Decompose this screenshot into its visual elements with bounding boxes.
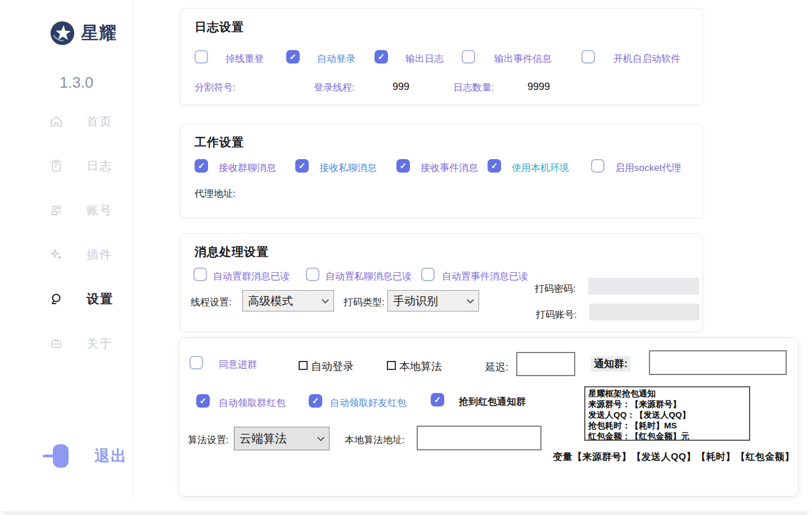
thread-mode-select[interactable]: 高级模式 xyxy=(242,290,334,311)
sidebar-item-accounts[interactable]: 账号 xyxy=(49,201,114,219)
checkbox-auto-read-event[interactable] xyxy=(421,268,435,281)
checkbox-grab-notify-group[interactable] xyxy=(431,393,444,406)
checkbox-auto-login-native[interactable] xyxy=(299,361,308,370)
delay-label: 延迟: xyxy=(485,360,508,374)
checkbox-auto-read-group[interactable] xyxy=(193,268,207,281)
local-algorithm-address-input[interactable] xyxy=(417,426,542,450)
card-title: 工作设置 xyxy=(195,134,244,150)
captcha-type-label: 打码类型: xyxy=(344,296,385,309)
captcha-password-input[interactable] xyxy=(588,278,699,295)
log-count-value[interactable]: 9999 xyxy=(527,81,550,93)
sparkles-icon xyxy=(49,248,63,261)
captcha-account-input[interactable] xyxy=(589,304,700,320)
checkbox-use-local-env[interactable] xyxy=(488,159,501,173)
version-label: 1.3.0 xyxy=(60,74,93,92)
chevron-down-icon xyxy=(322,296,329,304)
captcha-type-select[interactable]: 手动识别 xyxy=(387,290,479,311)
sidebar-item-plugins[interactable]: 插件 xyxy=(49,245,114,264)
local-algorithm-address-label: 本地算法地址: xyxy=(345,433,405,446)
variables-hint: 变量【来源群号】【发送人QQ】【耗时】【红包金额】 xyxy=(553,450,795,463)
exit-button[interactable]: 退出 xyxy=(43,441,127,471)
work-settings-card: 工作设置 接收群聊消息 接收私聊消息 接收事件消息 使用本机环境 启用socke… xyxy=(180,124,703,218)
sidebar-item-home[interactable]: 首页 xyxy=(49,112,114,130)
chevron-down-icon xyxy=(317,434,324,441)
checkbox-dropline-relogin[interactable] xyxy=(195,50,208,64)
algorithm-label: 算法设置: xyxy=(188,433,229,446)
delay-input[interactable] xyxy=(516,352,575,376)
card-title: 日志设置 xyxy=(195,19,244,35)
logout-icon xyxy=(43,441,72,471)
pen-settings-icon xyxy=(49,292,63,306)
notify-group-input[interactable] xyxy=(649,350,787,375)
chevron-down-icon xyxy=(467,296,474,304)
login-thread-label: 登录线程: xyxy=(314,81,355,94)
sidebar-nav: 首页 日志 账号 插件 设置 关于 xyxy=(49,112,114,353)
main-content: 日志设置 掉线重登 自动登录 输出日志 输出事件信息 开机自启动软件 分割符号:… xyxy=(180,0,812,515)
checkbox-recv-group-msg[interactable] xyxy=(195,159,208,173)
logo-star-icon xyxy=(49,20,75,46)
window-bottom-edge xyxy=(0,511,812,515)
checkbox-agree-join-group[interactable] xyxy=(190,356,203,369)
redpacket-settings-panel: 同意进群 自动登录 本地算法 延迟: 通知群: 自动领取群红包 自动领取好友红包… xyxy=(179,337,799,496)
captcha-account-label: 打码账号: xyxy=(536,308,577,321)
sidebar-item-logs[interactable]: 日志 xyxy=(49,156,114,175)
home-icon xyxy=(49,115,63,128)
redpacket-template-textarea[interactable]: 星耀框架抢包通知 来源群号：【来源群号】 发送人QQ：【发送人QQ】 抢包耗时：… xyxy=(584,386,750,441)
checkbox-auto-grab-group-redpacket[interactable] xyxy=(196,394,210,408)
checkbox-auto-start[interactable] xyxy=(581,50,595,64)
message-settings-card: 消息处理设置 自动置群消息已读 自动置私聊消息已读 自动置事件消息已读 线程设置… xyxy=(180,233,703,332)
checkbox-auto-login[interactable] xyxy=(286,50,300,64)
app-window: 星耀 1.3.0 首页 日志 账号 插件 设置 xyxy=(0,0,812,515)
clipboard-icon xyxy=(49,159,63,173)
split-symbol-label: 分割符号: xyxy=(195,81,236,94)
card-title: 消息处理设置 xyxy=(195,244,269,260)
app-title: 星耀 xyxy=(81,21,117,45)
proxy-address-label: 代理地址: xyxy=(195,187,236,200)
log-count-label: 日志数量: xyxy=(453,81,494,94)
sidebar: 星耀 1.3.0 首页 日志 账号 插件 设置 xyxy=(0,0,133,498)
checkbox-recv-private-msg[interactable] xyxy=(295,159,309,173)
algorithm-select[interactable]: 云端算法 xyxy=(234,427,330,450)
log-settings-card: 日志设置 掉线重登 自动登录 输出日志 输出事件信息 开机自启动软件 分割符号:… xyxy=(180,8,703,105)
users-icon xyxy=(49,204,63,217)
captcha-password-label: 打码密码: xyxy=(535,282,576,295)
thread-mode-label: 线程设置: xyxy=(191,296,232,309)
checkbox-output-event-info[interactable] xyxy=(462,50,475,64)
checkbox-recv-event-msg[interactable] xyxy=(396,159,410,173)
notify-group-label: 通知群: xyxy=(591,356,630,372)
checkbox-enable-socket-proxy[interactable] xyxy=(591,159,605,173)
checkbox-auto-read-private[interactable] xyxy=(306,268,319,281)
checkbox-output-log[interactable] xyxy=(375,50,388,64)
checkbox-auto-grab-friend-redpacket[interactable] xyxy=(309,394,322,408)
checkbox-local-algorithm[interactable] xyxy=(387,361,396,370)
login-thread-value[interactable]: 999 xyxy=(393,81,409,93)
box-icon xyxy=(49,337,63,350)
sidebar-item-about[interactable]: 关于 xyxy=(49,334,114,353)
sidebar-item-settings[interactable]: 设置 xyxy=(49,290,114,308)
app-logo: 星耀 xyxy=(49,20,117,46)
